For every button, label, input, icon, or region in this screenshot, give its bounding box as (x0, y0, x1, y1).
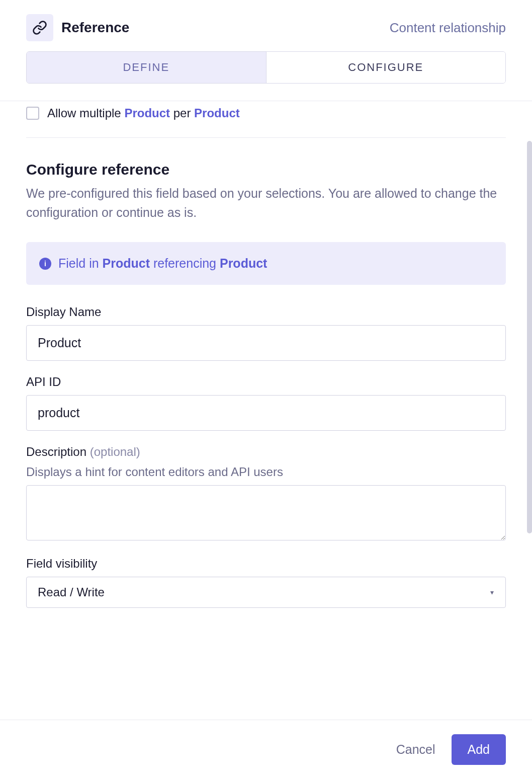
tab-define[interactable]: DEFINE (27, 52, 266, 83)
description-label: Description (optional) (26, 445, 506, 459)
section-title: Configure reference (26, 161, 506, 178)
visibility-select-wrap: Read / Write ▾ (26, 577, 506, 608)
tab-configure[interactable]: CONFIGURE (267, 52, 506, 83)
content: Allow multiple Product per Product Confi… (0, 101, 532, 608)
allow-multiple-label: Allow multiple Product per Product (47, 106, 240, 120)
header-title: Reference (61, 20, 129, 36)
checkbox-model2: Product (194, 106, 240, 120)
scrollbar-thumb[interactable] (527, 141, 532, 533)
info-icon: i (39, 258, 51, 270)
api-id-group: API ID (26, 375, 506, 431)
info-prefix: Field in (58, 256, 103, 270)
checkbox-mid: per (170, 106, 194, 120)
description-input[interactable] (26, 485, 506, 540)
description-optional: (optional) (90, 445, 140, 458)
section-desc: We pre-configured this field based on yo… (26, 184, 506, 222)
display-name-group: Display Name (26, 305, 506, 361)
visibility-select[interactable]: Read / Write (26, 577, 506, 608)
cancel-button[interactable]: Cancel (394, 735, 437, 764)
description-group: Description (optional) Displays a hint f… (26, 445, 506, 542)
description-label-text: Description (26, 445, 90, 458)
checkbox-model1: Product (124, 106, 170, 120)
dialog-header: Reference Content relationship (0, 0, 532, 51)
visibility-label: Field visibility (26, 557, 506, 571)
footer: Cancel Add (0, 720, 532, 779)
info-mid: referencing (150, 256, 220, 270)
allow-multiple-checkbox[interactable] (26, 107, 39, 120)
header-subtitle: Content relationship (390, 20, 506, 36)
description-hint: Displays a hint for content editors and … (26, 465, 506, 479)
tabs: DEFINE CONFIGURE (26, 51, 506, 84)
display-name-label: Display Name (26, 305, 506, 319)
header-left: Reference (26, 14, 129, 41)
divider (26, 137, 506, 138)
display-name-input[interactable] (26, 325, 506, 361)
info-box: i Field in Product referencing Product (26, 242, 506, 285)
add-button[interactable]: Add (452, 734, 506, 765)
allow-multiple-row: Allow multiple Product per Product (26, 101, 506, 137)
link-icon (26, 14, 53, 41)
info-text: Field in Product referencing Product (58, 256, 267, 271)
info-model1: Product (103, 256, 150, 270)
checkbox-prefix: Allow multiple (47, 106, 124, 120)
api-id-label: API ID (26, 375, 506, 389)
api-id-input[interactable] (26, 395, 506, 431)
info-model2: Product (220, 256, 267, 270)
visibility-group: Field visibility Read / Write ▾ (26, 557, 506, 608)
